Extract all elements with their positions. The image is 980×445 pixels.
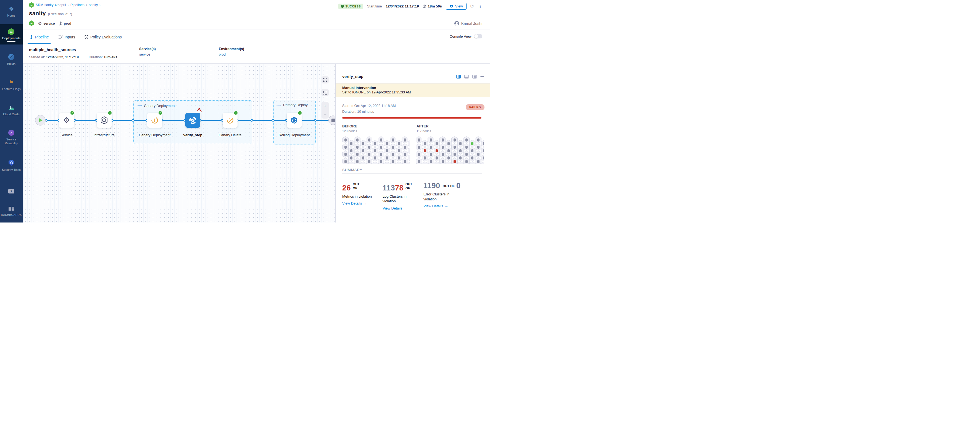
fullscreen-button[interactable] — [321, 76, 329, 83]
node-hex[interactable] — [457, 161, 464, 164]
node-hex[interactable] — [434, 154, 440, 161]
node-hex[interactable] — [469, 154, 476, 161]
node-hex[interactable] — [451, 136, 458, 144]
sidebar-item-security-tests[interactable]: Security Tests — [0, 159, 23, 171]
node-hex[interactable] — [422, 161, 428, 164]
node-hex[interactable] — [366, 158, 372, 164]
node-hex[interactable] — [354, 136, 360, 144]
node-label[interactable]: Rolling Deployment — [276, 132, 312, 138]
pipeline-canvas[interactable]: — Canary Deployment —Primary Deploy... ⚙… — [23, 64, 335, 222]
node-hex[interactable] — [445, 154, 452, 161]
breadcrumb-pipelines-link[interactable]: Pipelines — [70, 3, 84, 7]
error-clusters-view-details-link[interactable]: View Details → — [423, 204, 483, 208]
node-hex[interactable] — [439, 144, 446, 151]
node-hex[interactable] — [360, 140, 366, 147]
node-hex[interactable] — [416, 144, 422, 151]
node-hex[interactable] — [378, 151, 384, 158]
node-hex[interactable] — [457, 154, 464, 161]
node-verify-step[interactable] — [185, 113, 200, 128]
node-hex[interactable] — [384, 140, 390, 147]
node-hex[interactable] — [366, 144, 372, 151]
node-hex[interactable] — [463, 158, 469, 164]
node-hex[interactable] — [428, 158, 434, 164]
node-hex[interactable] — [342, 158, 348, 164]
pipeline-end-node[interactable] — [328, 116, 335, 125]
sidebar-item-feature-flags[interactable]: ⚑ Feature Flags — [0, 79, 23, 91]
refresh-icon[interactable]: ⟳ — [470, 3, 474, 9]
node-hex[interactable] — [348, 140, 355, 147]
node-hex[interactable] — [372, 140, 379, 147]
before-node-grid[interactable] — [342, 136, 410, 164]
node-label[interactable]: Canary Delete — [212, 132, 248, 138]
node-hex[interactable] — [354, 144, 360, 151]
node-hex[interactable] — [390, 158, 396, 164]
node-hex[interactable] — [384, 154, 390, 161]
node-hex[interactable] — [360, 154, 366, 161]
node-hex[interactable] — [342, 151, 348, 158]
node-hex[interactable] — [354, 158, 360, 164]
node-hex[interactable] — [372, 147, 379, 154]
sidebar-item-service-reliability[interactable]: ✓ Service Reliability — [0, 129, 23, 145]
floating-view-icon[interactable] — [473, 75, 477, 78]
zoom-out-button[interactable]: − — [321, 110, 329, 118]
node-hex[interactable] — [342, 144, 348, 151]
node-hex[interactable] — [457, 140, 464, 147]
node-hex[interactable] — [439, 136, 446, 144]
node-hex[interactable] — [348, 147, 355, 154]
group-label-primary[interactable]: —Primary Deploy... — [277, 103, 310, 107]
tab-pipeline[interactable]: Pipeline — [29, 30, 49, 44]
node-hex[interactable] — [463, 151, 469, 158]
node-hex[interactable] — [451, 158, 458, 164]
marquee-select-button[interactable] — [321, 89, 329, 96]
node-hex[interactable] — [390, 151, 396, 158]
node-hex[interactable] — [402, 136, 408, 144]
collapse-dash-icon[interactable]: — — [277, 103, 281, 107]
node-hex[interactable] — [390, 136, 396, 144]
node-hex[interactable] — [396, 147, 402, 154]
node-hex[interactable] — [422, 154, 428, 161]
node-hex[interactable] — [457, 147, 464, 154]
node-hex[interactable] — [451, 144, 458, 151]
user-menu[interactable]: Kamal Joshi — [454, 21, 482, 26]
sidebar-item-cloud-costs[interactable]: ☁$ Cloud Costs — [0, 104, 23, 116]
node-hex[interactable] — [439, 151, 446, 158]
node-hex[interactable] — [445, 161, 452, 164]
service-tag[interactable]: ⚙ service — [38, 21, 55, 26]
node-hex[interactable] — [428, 136, 434, 144]
node-hex[interactable] — [439, 158, 446, 164]
tab-inputs[interactable]: Inputs — [58, 30, 76, 44]
node-hex[interactable] — [475, 144, 481, 151]
node-hex[interactable] — [372, 161, 379, 164]
node-hex[interactable] — [469, 140, 476, 147]
node-hex[interactable] — [416, 136, 422, 144]
node-hex[interactable] — [451, 151, 458, 158]
node-hex[interactable] — [445, 140, 452, 147]
node-hex[interactable] — [475, 158, 481, 164]
node-hex[interactable] — [434, 140, 440, 147]
node-hex[interactable] — [348, 154, 355, 161]
sidebar-item-help[interactable]: ? — [0, 188, 23, 195]
node-hex[interactable] — [463, 136, 469, 144]
node-hex[interactable] — [434, 147, 440, 154]
node-hex[interactable] — [402, 144, 408, 151]
split-view-icon[interactable] — [456, 75, 461, 78]
zoom-in-button[interactable]: + — [321, 102, 329, 110]
tab-policy-evaluations[interactable]: Policy Evaluations — [84, 30, 123, 44]
node-hex[interactable] — [384, 147, 390, 154]
node-hex[interactable] — [469, 161, 476, 164]
node-hex[interactable] — [469, 147, 476, 154]
sidebar-item-deployments[interactable]: ∞ Deployments — [0, 24, 23, 45]
node-hex[interactable] — [396, 140, 402, 147]
pipeline-start-node[interactable] — [35, 115, 46, 126]
bottom-view-icon[interactable] — [464, 75, 469, 78]
node-hex[interactable] — [422, 140, 428, 147]
node-hex[interactable] — [445, 147, 452, 154]
node-label[interactable]: Infrastructure — [86, 132, 122, 138]
breadcrumb-pipeline-link[interactable]: sanity — [89, 3, 98, 7]
minimize-icon[interactable] — [480, 76, 484, 77]
node-hex[interactable] — [390, 144, 396, 151]
log-clusters-view-details-link[interactable]: View Details → — [383, 206, 421, 211]
node-hex[interactable] — [422, 147, 428, 154]
collapse-dash-icon[interactable]: — — [138, 104, 142, 108]
node-hex[interactable] — [402, 158, 408, 164]
